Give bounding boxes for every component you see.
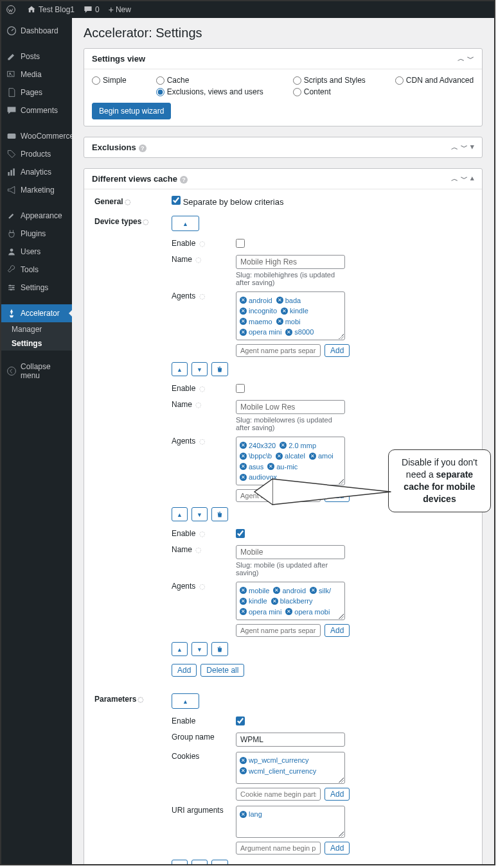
tag-item[interactable]: ✕kindle — [240, 597, 267, 605]
add-button[interactable]: Add — [325, 624, 350, 637]
collapse-icon[interactable]: ▴ — [470, 174, 474, 184]
move-up-button[interactable] — [172, 642, 188, 656]
tag-item[interactable]: ✕opera mini — [240, 328, 281, 336]
help-icon[interactable]: ? — [139, 144, 147, 152]
begin-setup-button[interactable]: Begin setup wizard — [92, 103, 171, 119]
sidebar-sub-manager[interactable]: Manager — [1, 322, 72, 336]
collapse-up-button[interactable] — [172, 693, 199, 709]
tag-item[interactable]: ✕lang — [240, 810, 262, 818]
agent-add-input[interactable] — [236, 624, 321, 637]
chevron-up-icon[interactable]: ︿ — [451, 143, 458, 152]
chevron-down-icon[interactable]: ﹀ — [467, 54, 474, 64]
sidebar-item-settings[interactable]: Settings — [1, 279, 72, 297]
sidebar-item-pages[interactable]: Pages — [1, 83, 72, 101]
tag-item[interactable]: ✕asus — [240, 463, 263, 471]
enable-checkbox[interactable] — [236, 239, 245, 248]
comments-link[interactable]: 0 — [84, 5, 100, 14]
delete-button[interactable] — [211, 642, 228, 656]
wp-logo[interactable] — [6, 5, 18, 14]
site-link[interactable]: Test Blog1 — [27, 5, 75, 14]
sidebar-item-media[interactable]: Media — [1, 65, 72, 83]
tag-item[interactable]: ✕mobile — [240, 587, 269, 595]
help-icon[interactable]: ◌ — [143, 218, 149, 225]
delete-button[interactable] — [211, 507, 228, 521]
chevron-up-icon[interactable]: ︿ — [451, 174, 458, 184]
sidebar-item-marketing[interactable]: Marketing — [1, 181, 72, 199]
radio-scripts[interactable]: Scripts and Styles — [293, 76, 366, 85]
move-down-button[interactable] — [191, 860, 208, 865]
tag-item[interactable]: ✕kindle — [281, 307, 308, 315]
agents-tagbox[interactable]: ✕android✕bada✕incognito✕kindle✕maemo✕mob… — [236, 291, 345, 340]
move-up-button[interactable] — [172, 507, 188, 521]
sidebar-item-comments[interactable]: Comments — [1, 101, 72, 119]
help-icon[interactable]: ? — [180, 176, 188, 184]
tag-item[interactable]: ✕wcml_client_currency — [240, 767, 316, 775]
delete-all-button[interactable]: Delete all — [200, 664, 244, 677]
tag-item[interactable]: ✕bada — [276, 297, 301, 304]
sidebar-item-posts[interactable]: Posts — [1, 48, 72, 65]
tag-item[interactable]: ✕android — [273, 587, 306, 595]
sidebar-item-analytics[interactable]: Analytics — [1, 163, 72, 181]
uri-tagbox[interactable]: ✕lang — [236, 806, 345, 838]
chevron-down-icon[interactable]: ﹀ — [461, 143, 468, 152]
tag-item[interactable]: ✕opera mobi — [285, 608, 330, 616]
sidebar-item-plugins[interactable]: Plugins — [1, 225, 72, 243]
tag-item[interactable]: ✕android — [240, 297, 272, 304]
collapse-icon[interactable]: ▾ — [470, 143, 474, 152]
name-input[interactable] — [236, 545, 345, 559]
enable-checkbox[interactable] — [236, 384, 245, 393]
tag-item[interactable]: ✕s8000 — [285, 328, 314, 336]
tag-item[interactable]: ✕blackberry — [271, 597, 313, 605]
tag-item[interactable]: ✕\bppc\b — [240, 452, 272, 460]
collapse-menu[interactable]: Collapse menu — [1, 358, 72, 384]
name-input[interactable] — [236, 255, 345, 269]
group-name-input[interactable] — [236, 733, 345, 747]
new-link[interactable]: +New — [109, 4, 131, 15]
add-button[interactable]: Add — [325, 344, 350, 357]
delete-button[interactable] — [211, 860, 228, 865]
sidebar-item-appearance[interactable]: Appearance — [1, 207, 72, 225]
move-up-button[interactable] — [172, 362, 188, 376]
tag-item[interactable]: ✕opera mini — [240, 608, 281, 616]
sidebar-sub-settings[interactable]: Settings — [1, 336, 72, 351]
move-down-button[interactable] — [191, 642, 208, 656]
move-down-button[interactable] — [191, 362, 208, 376]
tag-item[interactable]: ✕mobi — [276, 318, 301, 326]
cookies-tagbox[interactable]: ✕wp_wcml_currency✕wcml_client_currency — [236, 752, 345, 784]
cookie-add-input[interactable] — [236, 788, 321, 801]
sidebar-item-accelerator[interactable]: Accelerator — [1, 304, 72, 322]
name-input[interactable] — [236, 400, 345, 414]
collapse-up-button[interactable] — [172, 216, 199, 231]
tag-item[interactable]: ✕au-mic — [267, 463, 298, 471]
radio-cache[interactable]: Cache — [156, 76, 263, 85]
radio-content[interactable]: Content — [293, 87, 366, 96]
chevron-down-icon[interactable]: ﹀ — [461, 174, 468, 184]
tag-item[interactable]: ✕silk/ — [310, 587, 331, 595]
radio-simple[interactable]: Simple — [92, 76, 127, 85]
sidebar-item-products[interactable]: Products — [1, 145, 72, 163]
add-device-button[interactable]: Add — [172, 664, 197, 677]
radio-cdn[interactable]: CDN and Advanced — [395, 76, 474, 85]
chevron-up-icon[interactable]: ︿ — [458, 54, 465, 64]
tag-item[interactable]: ✕wp_wcml_currency — [240, 756, 309, 764]
move-up-button[interactable] — [172, 860, 188, 865]
tag-item[interactable]: ✕incognito — [240, 307, 277, 315]
radio-exclusions[interactable]: Exclusions, views and users — [156, 87, 263, 96]
move-down-button[interactable] — [191, 507, 208, 521]
sidebar-item-woocommerce[interactable]: WooCommerce — [1, 127, 72, 145]
add-button[interactable]: Add — [325, 842, 350, 855]
params-enable-checkbox[interactable] — [236, 716, 245, 725]
enable-checkbox[interactable] — [236, 529, 245, 538]
tag-item[interactable]: ✕amoi — [309, 452, 333, 460]
agents-tagbox[interactable]: ✕mobile✕android✕silk/✕kindle✕blackberry✕… — [236, 582, 345, 620]
tag-item[interactable]: ✕2.0 mmp — [280, 442, 316, 449]
sidebar-item-users[interactable]: Users — [1, 243, 72, 261]
uri-add-input[interactable] — [236, 842, 321, 855]
sidebar-item-dashboard[interactable]: Dashboard — [1, 22, 72, 40]
help-icon[interactable]: ◌ — [125, 198, 131, 205]
separate-checkbox[interactable]: Separate by below criterias — [172, 197, 283, 207]
tag-item[interactable]: ✕maemo — [240, 318, 272, 326]
sidebar-item-tools[interactable]: Tools — [1, 261, 72, 279]
agent-add-input[interactable] — [236, 344, 321, 357]
delete-button[interactable] — [211, 362, 228, 376]
